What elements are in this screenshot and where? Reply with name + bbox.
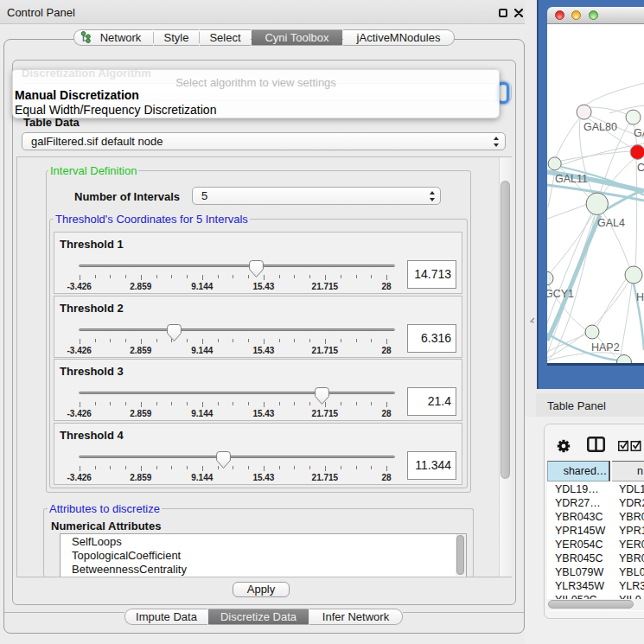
svg-text:H: H [636, 291, 644, 303]
svg-text:HAP2: HAP2 [591, 341, 620, 354]
svg-text:GCY1: GCY1 [547, 288, 574, 300]
svg-text:GA: GA [634, 127, 644, 139]
svg-text:C: C [637, 162, 644, 174]
svg-text:GAL80: GAL80 [583, 121, 617, 133]
svg-text:GAL11: GAL11 [555, 173, 588, 185]
svg-text:GAL4: GAL4 [597, 217, 625, 229]
